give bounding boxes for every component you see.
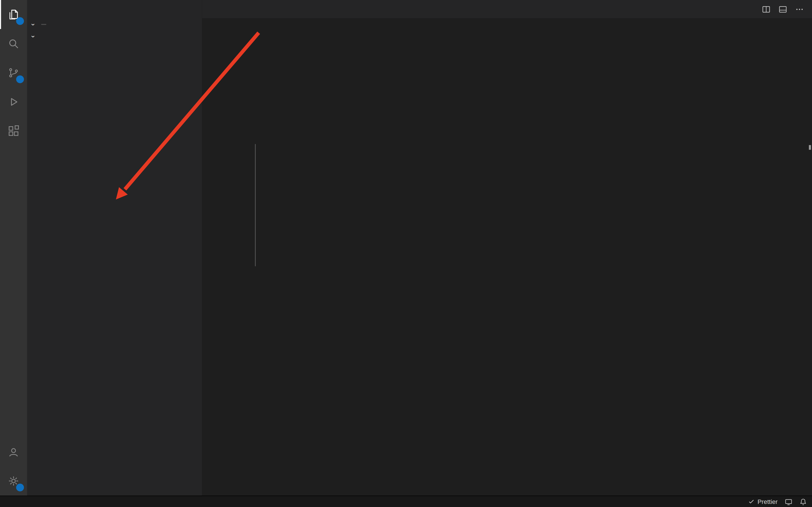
editor-group: [202, 0, 812, 496]
activity-accounts[interactable]: [0, 438, 27, 466]
editor-actions: [762, 0, 812, 18]
search-icon: [7, 38, 20, 50]
code-editor[interactable]: [202, 30, 812, 496]
activity-extensions[interactable]: [0, 117, 27, 146]
activity-source-control[interactable]: [0, 58, 27, 87]
formatter-indicator[interactable]: Prettier: [748, 498, 778, 505]
remote-indicator-icon: [785, 498, 792, 505]
notifications-bell[interactable]: [800, 498, 807, 505]
check-icon: [748, 498, 755, 505]
split-editor-icon[interactable]: [762, 5, 770, 13]
settings-badge: [16, 484, 24, 492]
activity-bar: [0, 0, 27, 496]
run-debug-icon: [7, 96, 20, 108]
status-bar: Prettier: [0, 496, 812, 507]
activity-search[interactable]: [0, 29, 27, 58]
more-actions-icon[interactable]: [795, 5, 804, 13]
open-editors-header[interactable]: ›: [27, 18, 202, 30]
explorer-sidebar: › ›: [27, 0, 202, 496]
tab-bar: [202, 0, 812, 18]
toggle-layout-icon[interactable]: [779, 5, 787, 13]
active-indent-guide: [255, 144, 256, 266]
activity-explorer[interactable]: [0, 0, 27, 29]
explorer-badge: [16, 17, 24, 25]
remote-indicator[interactable]: [785, 498, 792, 505]
unsaved-count-badge: [41, 24, 46, 25]
chevron-down-icon: ›: [30, 20, 38, 29]
activity-run-debug[interactable]: [0, 87, 27, 116]
file-tree: [27, 42, 202, 496]
formatter-label: Prettier: [758, 498, 777, 505]
vscode-window: › ›: [0, 0, 812, 507]
scm-badge: [16, 75, 24, 83]
bell-icon: [800, 498, 807, 505]
breadcrumb: [202, 18, 812, 30]
activity-settings[interactable]: [0, 466, 27, 496]
overview-ruler-cursor-mark: [809, 145, 811, 150]
sidebar-header: [27, 0, 202, 18]
account-icon: [7, 446, 20, 458]
code-content: [202, 30, 812, 32]
chevron-down-icon: ›: [30, 33, 38, 41]
starter-files-header[interactable]: ›: [27, 30, 202, 42]
extensions-icon: [7, 125, 20, 137]
